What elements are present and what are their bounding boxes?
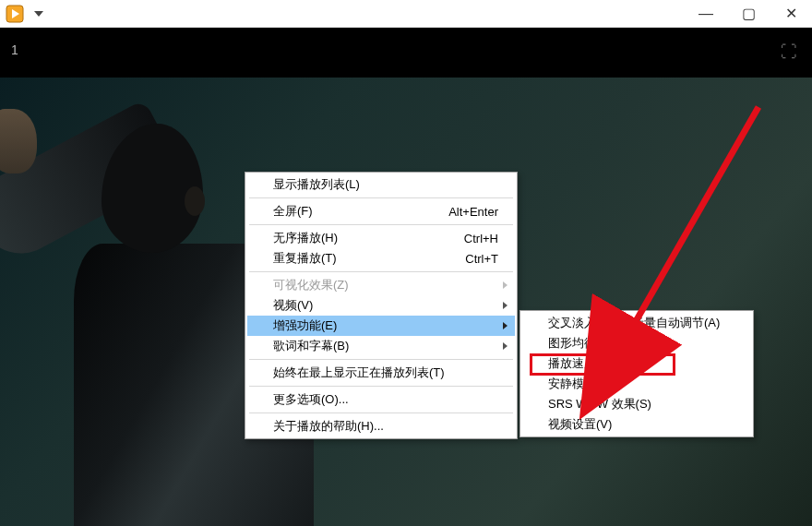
menu-item-label: 全屏(F): [273, 203, 412, 220]
context-menu[interactable]: 显示播放列表(L)全屏(F)Alt+Enter无序播放(H)Ctrl+H重复播放…: [245, 172, 518, 439]
submenu-item[interactable]: 视频设置(V): [522, 414, 751, 435]
menu-item-label: 歌词和字幕(B): [273, 338, 498, 354]
minimize-button[interactable]: —: [685, 0, 727, 28]
window-controls: — ▢ ✕: [685, 0, 812, 28]
menu-item-label: 始终在最上显示正在播放列表(T): [273, 365, 498, 381]
figure-hand: [0, 109, 37, 173]
close-button[interactable]: ✕: [770, 0, 812, 28]
menu-item[interactable]: 歌词和字幕(B): [247, 336, 515, 356]
menu-item-label: 重复播放(T): [273, 250, 428, 267]
menu-item[interactable]: 重复播放(T)Ctrl+T: [247, 248, 515, 269]
menu-item-label: 更多选项(O)...: [273, 391, 498, 408]
menu-item[interactable]: 全屏(F)Alt+Enter: [247, 201, 515, 221]
menu-separator: [249, 271, 513, 272]
submenu-item[interactable]: 安静模式(Q): [522, 374, 751, 394]
submenu-item-label: 播放速度设置(L): [548, 355, 734, 372]
expand-icon[interactable]: ⛶: [781, 42, 797, 62]
menu-item-label: 可视化效果(Z): [273, 277, 498, 293]
enhancements-submenu[interactable]: 交叉淡入淡出和音量自动调节(A)图形均衡器(G)播放速度设置(L)安静模式(Q)…: [519, 310, 754, 437]
app-icon: [4, 3, 26, 25]
maximize-button[interactable]: ▢: [727, 0, 770, 28]
menu-item-shortcut: Ctrl+T: [465, 252, 498, 266]
submenu-item[interactable]: 交叉淡入淡出和音量自动调节(A): [522, 313, 751, 333]
menu-item[interactable]: 视频(V): [247, 295, 515, 316]
submenu-item[interactable]: SRS WOW 效果(S): [522, 394, 751, 414]
submenu-item[interactable]: 图形均衡器(G): [522, 333, 751, 353]
menu-item-shortcut: Alt+Enter: [448, 205, 498, 219]
menu-item[interactable]: 关于播放的帮助(H)...: [247, 416, 515, 436]
submenu-item[interactable]: 播放速度设置(L): [522, 353, 751, 374]
menu-item[interactable]: 显示播放列表(L): [247, 174, 515, 195]
playlist-index: 1: [11, 42, 18, 57]
titlebar: — ▢ ✕: [0, 0, 812, 28]
menu-item-label: 无序播放(H): [273, 230, 427, 246]
video-topbar: 1 ⛶: [0, 28, 812, 78]
menu-item-label: 视频(V): [273, 297, 498, 314]
menu-separator: [249, 224, 513, 225]
figure-ear: [185, 186, 205, 216]
menu-separator: [249, 359, 513, 360]
menu-item-label: 增强功能(E): [273, 317, 498, 334]
menu-item[interactable]: 始终在最上显示正在播放列表(T): [247, 363, 515, 383]
menu-item[interactable]: 更多选项(O)...: [247, 389, 515, 410]
submenu-item-label: 视频设置(V): [548, 416, 734, 433]
menu-item-label: 关于播放的帮助(H)...: [273, 418, 498, 435]
menu-item-shortcut: Ctrl+H: [464, 232, 498, 245]
submenu-item-label: 图形均衡器(G): [548, 335, 734, 352]
submenu-item-label: SRS WOW 效果(S): [548, 396, 734, 412]
menu-item[interactable]: 无序播放(H)Ctrl+H: [247, 228, 515, 248]
submenu-item-label: 交叉淡入淡出和音量自动调节(A): [548, 315, 734, 331]
svg-marker-2: [34, 11, 43, 17]
menu-separator: [249, 412, 513, 413]
titlebar-menu-dropdown[interactable]: [30, 5, 48, 23]
menu-item: 可视化效果(Z): [247, 275, 515, 295]
media-player-window: — ▢ ✕ 1 ⛶ 显示播放列表(L)全屏(F)Alt+Enter无序播放(H)…: [0, 0, 812, 526]
menu-separator: [249, 386, 513, 387]
menu-item[interactable]: 增强功能(E): [247, 316, 515, 336]
submenu-item-label: 安静模式(Q): [548, 376, 734, 392]
menu-item-label: 显示播放列表(L): [273, 176, 498, 193]
menu-separator: [249, 197, 513, 198]
